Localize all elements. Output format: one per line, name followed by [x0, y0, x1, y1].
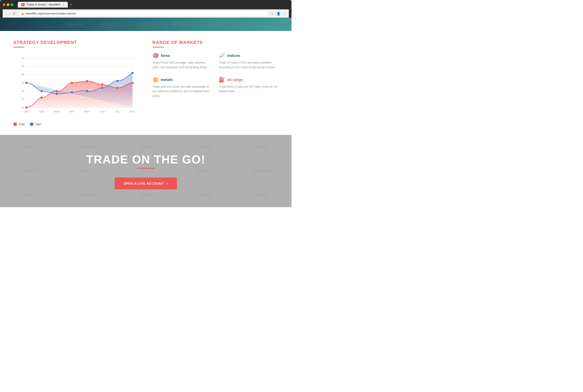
- header-strip: WikiFX WikiFX WikiFX WikiFX WikiFX: [0, 18, 292, 31]
- oil-icon: ⛽: [219, 77, 225, 83]
- metals-name: metals: [161, 78, 173, 82]
- forex-desc: Trade Forex with leverage, sixty currenc…: [152, 60, 212, 70]
- svg-text:35: 35: [22, 65, 24, 68]
- legend-one: One: [14, 122, 24, 126]
- svg-point-22: [25, 106, 28, 108]
- banner-title: TRADE ON THE GO!: [86, 153, 206, 166]
- tab-close-icon[interactable]: ✕: [62, 4, 64, 6]
- browser-chrome: B Trades & Stocks – BenefitFX ✕ + ‹ › ↺ …: [0, 0, 292, 18]
- market-metals-header: 🪙 metals: [152, 77, 212, 83]
- legend-two-label: Two: [35, 122, 41, 126]
- url-text: benefitfx.org/en/services/trades-stocks/: [26, 12, 266, 15]
- profile-icon[interactable]: 👤: [276, 12, 280, 16]
- svg-text:25: 25: [22, 81, 24, 84]
- chart-container: 40 35 30 25 20 15 10 JAN FEB MAR APR MAY…: [14, 53, 139, 120]
- legend-one-color: [14, 122, 17, 126]
- svg-point-26: [86, 80, 88, 82]
- legend-one-label: One: [19, 122, 24, 126]
- header-watermark: WikiFX WikiFX WikiFX WikiFX WikiFX: [0, 18, 292, 31]
- bottom-banner: WikiFX ⊙ WikiFX WikiFX ⊙ WikiFX WikiFX ⊙…: [0, 135, 292, 207]
- svg-text:20: 20: [22, 90, 24, 92]
- tab-favicon: B: [22, 3, 24, 6]
- svg-text:MAR: MAR: [54, 110, 60, 113]
- chart-svg: 40 35 30 25 20 15 10 JAN FEB MAR APR MAY…: [14, 53, 139, 120]
- oil-name: oil range: [227, 78, 243, 82]
- legend-two-color: [30, 122, 34, 126]
- svg-text:10: 10: [22, 106, 24, 109]
- svg-point-36: [116, 80, 118, 82]
- oil-desc: Trade Brent Crude and WTI light crude oi…: [219, 84, 278, 94]
- forex-name: forex: [161, 54, 170, 58]
- strategy-underline: [14, 47, 24, 48]
- address-bar[interactable]: 🔒 benefitfx.org/en/services/trades-stock…: [18, 11, 268, 16]
- traffic-lights: [3, 3, 14, 6]
- address-actions: ☆ 👤 ⋮: [271, 12, 286, 16]
- tabs-bar: B Trades & Stocks – BenefitFX ✕ +: [18, 2, 74, 8]
- markets-section: RANGE OF MARKETS 🎯 forex Trade Forex wit…: [152, 40, 278, 126]
- svg-point-27: [101, 84, 103, 86]
- forward-button[interactable]: ›: [9, 12, 10, 16]
- strategy-title: STRATEGY DEVELOPMENT: [14, 40, 139, 45]
- metals-desc: Trade gold and silver and take advantage…: [152, 84, 212, 98]
- menu-icon[interactable]: ⋮: [283, 12, 286, 16]
- svg-point-29: [131, 82, 134, 84]
- metals-icon: 🪙: [152, 77, 158, 83]
- svg-point-34: [86, 90, 88, 92]
- arrow-icon: ›: [166, 181, 168, 186]
- market-indices: 📈 indices Trade 15 Index CFDs and take a…: [219, 53, 278, 70]
- bookmark-icon[interactable]: ☆: [271, 12, 274, 16]
- market-forex-header: 🎯 forex: [152, 53, 212, 59]
- market-indices-header: 📈 indices: [219, 53, 278, 59]
- markets-underline: [152, 47, 164, 48]
- svg-point-24: [56, 90, 58, 92]
- market-forex: 🎯 forex Trade Forex with leverage, sixty…: [152, 53, 212, 70]
- market-metals: 🪙 metals Trade gold and silver and take …: [152, 77, 212, 98]
- svg-point-23: [40, 96, 42, 99]
- forex-icon: 🎯: [152, 53, 158, 59]
- svg-point-30: [25, 82, 28, 84]
- active-tab[interactable]: B Trades & Stocks – BenefitFX ✕: [18, 2, 68, 8]
- new-tab-button[interactable]: +: [68, 2, 74, 8]
- back-button[interactable]: ‹: [5, 12, 6, 16]
- close-button[interactable]: [3, 3, 5, 6]
- svg-text:40: 40: [22, 57, 24, 60]
- indices-name: indices: [227, 54, 240, 58]
- banner-watermarks: WikiFX ⊙ WikiFX WikiFX ⊙ WikiFX WikiFX ⊙…: [0, 135, 292, 207]
- reload-button[interactable]: ↺: [13, 12, 16, 16]
- svg-text:JUN: JUN: [100, 110, 105, 113]
- markets-title: RANGE OF MARKETS: [152, 40, 278, 45]
- svg-text:FEB: FEB: [39, 110, 44, 113]
- indices-desc: Trade 15 Index CFDs and take a position …: [219, 60, 278, 70]
- svg-point-32: [56, 93, 58, 95]
- svg-point-31: [40, 90, 42, 92]
- svg-text:JAN: JAN: [24, 110, 29, 113]
- svg-point-28: [116, 87, 118, 89]
- svg-point-25: [71, 82, 73, 84]
- indices-icon: 📈: [219, 53, 225, 59]
- banner-underline: [137, 168, 155, 168]
- markets-grid: 🎯 forex Trade Forex with leverage, sixty…: [152, 53, 278, 98]
- tab-title: Trades & Stocks – BenefitFX: [26, 3, 61, 6]
- address-bar-row: ‹ › ↺ 🔒 benefitfx.org/en/services/trades…: [3, 9, 289, 18]
- open-account-label: OPEN A LIVE ACCOUNT: [124, 182, 164, 185]
- main-content: STRATEGY DEVELOPMENT 40 35 30 25 20 15 1…: [0, 31, 292, 135]
- chart-legend: One Two: [14, 122, 139, 126]
- svg-text:AUG: AUG: [130, 110, 136, 113]
- legend-two: Two: [30, 122, 41, 126]
- svg-point-33: [71, 91, 73, 94]
- open-account-button[interactable]: OPEN A LIVE ACCOUNT ›: [115, 178, 177, 189]
- svg-point-37: [131, 72, 134, 74]
- svg-text:JUL: JUL: [115, 110, 120, 113]
- svg-text:30: 30: [22, 73, 24, 76]
- svg-text:15: 15: [22, 98, 24, 100]
- strategy-section: STRATEGY DEVELOPMENT 40 35 30 25 20 15 1…: [14, 40, 139, 126]
- maximize-button[interactable]: [11, 3, 14, 6]
- market-oil-header: ⛽ oil range: [219, 77, 278, 83]
- svg-text:APR: APR: [69, 110, 74, 113]
- minimize-button[interactable]: [7, 3, 9, 6]
- market-oil: ⛽ oil range Trade Brent Crude and WTI li…: [219, 77, 278, 98]
- security-icon: 🔒: [21, 12, 24, 15]
- svg-text:MAY: MAY: [84, 110, 90, 113]
- svg-point-35: [101, 87, 103, 89]
